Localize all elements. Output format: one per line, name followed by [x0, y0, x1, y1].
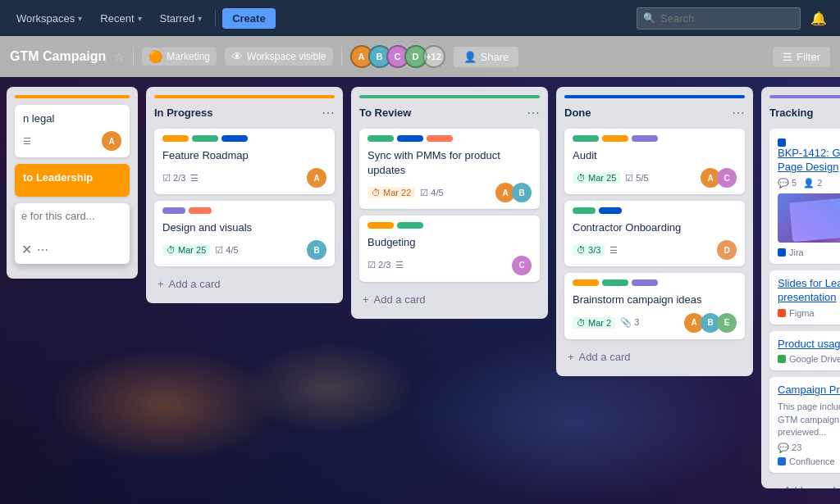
check-badge: ☑ 5/5: [625, 173, 648, 184]
filter-button[interactable]: ☰ Filter: [773, 47, 830, 67]
search-input[interactable]: [637, 7, 801, 30]
slides-link[interactable]: Slides for Leadership presentation: [778, 277, 840, 305]
board-header: GTM Campaign ☆ 🟠 Marketing 👁 Workspace v…: [0, 36, 840, 77]
desc-icon: ☰: [23, 136, 31, 147]
desc-icon: ☰: [190, 173, 199, 184]
starred-menu[interactable]: Starred ▾: [153, 9, 209, 28]
board-area: n legal ☰ A to Leadership ✕ ⋯: [0, 77, 840, 504]
share-button[interactable]: 👤 Share: [454, 47, 519, 67]
confluence-label: Confluence: [789, 456, 835, 466]
create-label: Create: [232, 12, 265, 25]
to-review-header: To Review ⋯: [359, 105, 540, 120]
top-navigation: Workspaces ▾ Recent ▾ Starred ▾ Create 🔍…: [0, 0, 840, 36]
done-column: Done ⋯ Audit ⏱ Mar 25 ☑ 5/5 A C: [556, 87, 753, 376]
audit-card[interactable]: Audit ⏱ Mar 25 ☑ 5/5 A C: [564, 129, 745, 194]
sync-pmms-card[interactable]: Sync with PMMs for product updates ⏱ Mar…: [359, 129, 540, 209]
search-area: 🔍 🔔: [637, 7, 830, 30]
search-wrapper: 🔍: [637, 7, 801, 30]
add-card-button-in-progress[interactable]: + Add a card: [154, 273, 335, 295]
card-edit-textarea[interactable]: [21, 210, 123, 234]
date-badge: ⏱ 3/3: [573, 244, 605, 256]
jira-icon: [778, 138, 786, 147]
label-purple: [162, 207, 185, 214]
label-orange: [602, 135, 628, 142]
workspace-label: Marketing: [167, 51, 210, 62]
avatar-count: +12: [422, 45, 445, 68]
share-icon: 👤: [463, 51, 477, 63]
label-purple: [632, 135, 658, 142]
cancel-edit-button[interactable]: ✕: [21, 242, 32, 257]
starred-label: Starred: [160, 12, 195, 25]
share-label: Share: [481, 51, 509, 63]
bkp-link[interactable]: BKP-1412: GTM Landing Page Design: [778, 147, 840, 175]
multi-avatar-group: A B E: [687, 313, 737, 333]
member-count: 👤 2: [803, 178, 822, 188]
jira-source: Jira: [778, 247, 840, 257]
desc-icon: ☰: [395, 260, 404, 270]
starred-chevron-icon: ▾: [198, 14, 202, 23]
comment-count: 💬 5: [778, 178, 797, 188]
label-red: [189, 207, 212, 214]
add-card-button-to-review[interactable]: + Add a card: [359, 288, 540, 311]
board-title: GTM Campaign: [10, 49, 106, 64]
campaign-post-link[interactable]: Campaign Project Po...: [778, 384, 840, 397]
tracking-item-bkp[interactable]: BKP-1412: GTM Landing Page Design 💬 5 👤 …: [769, 129, 840, 264]
contractor-onboarding-card[interactable]: Contractor Onboarding ⏱ 3/3 ☰ D: [564, 201, 745, 266]
visibility-tag[interactable]: 👁 Workspace visible: [225, 48, 332, 66]
budgeting-labels: [368, 222, 532, 229]
tracking-item-campaign-post[interactable]: Campaign Project Po... This page include…: [769, 377, 840, 472]
add-card-button-done[interactable]: + Add a card: [564, 346, 745, 368]
avatar: B: [512, 183, 532, 202]
label-green: [368, 135, 394, 142]
star-icon[interactable]: ☆: [114, 50, 125, 63]
card-legal[interactable]: n legal ☰ A: [15, 105, 130, 157]
to-review-title: To Review: [359, 107, 411, 119]
brainstorm-card[interactable]: Brainstorm campaign ideas ⏱ Mar 2 📎 3 A …: [564, 273, 745, 338]
card-avatar: C: [512, 256, 532, 275]
add-card-button-tracking[interactable]: + Add a card: [769, 479, 840, 488]
tracking-header: Tracking ⋯: [769, 105, 840, 120]
notification-button[interactable]: 🔔: [807, 7, 830, 30]
tracking-item-slides[interactable]: Slides for Leadership presentation Figma: [769, 270, 840, 325]
sync-pmms-meta: ⏱ Mar 22 ☑ 4/5 A B: [368, 183, 532, 202]
label-green: [573, 207, 596, 214]
check-badge: ☑ 2/3: [162, 173, 185, 184]
editing-card-actions: ✕ ⋯: [21, 242, 123, 257]
recent-menu[interactable]: Recent ▾: [94, 9, 148, 28]
check-badge: ☑ 2/3: [368, 260, 390, 270]
done-title: Done: [564, 107, 591, 119]
create-button[interactable]: Create: [222, 8, 275, 29]
done-menu-button[interactable]: ⋯: [732, 105, 745, 120]
filter-label: Filter: [797, 51, 820, 63]
card-leadership-title: to Leadership: [23, 170, 121, 185]
budgeting-meta: ☑ 2/3 ☰ C: [368, 256, 532, 275]
tracking-item-product-usage[interactable]: Product usage Google Drive: [769, 331, 840, 371]
feature-roadmap-card[interactable]: Feature Roadmap ☑ 2/3 ☰ A: [154, 129, 335, 194]
card-avatar: A: [102, 131, 121, 151]
brainstorm-meta: ⏱ Mar 2 📎 3 A B E: [573, 313, 737, 333]
bkp-thumbnail: [778, 193, 840, 243]
edit-more-button[interactable]: ⋯: [37, 243, 48, 257]
product-usage-link[interactable]: Product usage: [778, 338, 840, 352]
design-visuals-card[interactable]: Design and visuals ⏱ Mar 25 ☑ 4/5 B: [154, 201, 335, 266]
campaign-post-desc: This page includes the outline GTM campa…: [778, 401, 840, 438]
in-progress-title: In Progress: [154, 107, 213, 119]
to-review-menu-button[interactable]: ⋯: [527, 105, 540, 120]
visibility-icon: 👁: [231, 50, 243, 63]
workspace-tag[interactable]: 🟠 Marketing: [142, 48, 217, 66]
collapsed-column: n legal ☰ A to Leadership ✕ ⋯: [7, 87, 138, 279]
in-progress-menu-button[interactable]: ⋯: [322, 105, 335, 120]
editing-card: ✕ ⋯: [15, 203, 130, 264]
done-header: Done ⋯: [564, 105, 745, 120]
workspaces-menu[interactable]: Workspaces ▾: [10, 9, 89, 28]
card-legal-meta: ☰ A: [23, 131, 121, 151]
card-leadership[interactable]: to Leadership: [15, 164, 130, 197]
card-avatar: A: [307, 168, 326, 188]
tracking-bar: [769, 95, 840, 98]
budgeting-card[interactable]: Budgeting ☑ 2/3 ☰ C: [359, 216, 540, 281]
source-badge-jira: [778, 138, 840, 147]
multi-avatar-group: A C: [704, 168, 737, 188]
add-icon: +: [568, 351, 574, 363]
add-card-label: Add a card: [169, 278, 221, 290]
multi-avatar-group: A B: [499, 183, 532, 202]
